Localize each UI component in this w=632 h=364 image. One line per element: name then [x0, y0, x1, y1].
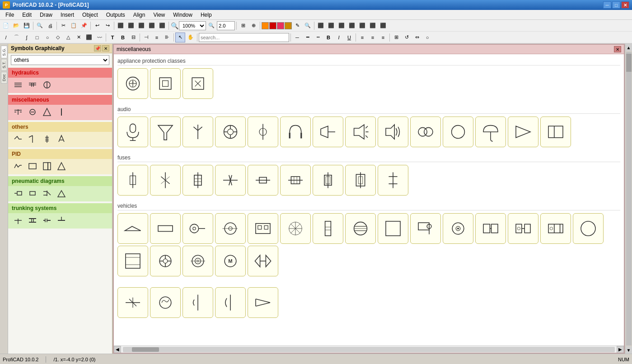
align-center2[interactable]: ≡ [368, 33, 378, 42]
sym-extra-2[interactable] [150, 287, 181, 318]
menu-file[interactable]: File [2, 11, 18, 19]
hydraulics-sym-2[interactable] [26, 79, 39, 90]
sym-vehicle-9[interactable] [378, 213, 408, 244]
others-sym-1[interactable] [12, 134, 24, 145]
line-italic[interactable]: I [334, 33, 344, 42]
paste-button[interactable]: 📌 [79, 21, 89, 31]
menu-help[interactable]: Help [197, 11, 215, 19]
documents-tab[interactable]: Doc [1, 72, 7, 84]
sym-vehicle-18[interactable] [183, 246, 213, 276]
sym-vehicle-20[interactable] [248, 246, 278, 276]
sym-fuse-7[interactable] [313, 165, 343, 196]
trunking-sym-1[interactable] [12, 215, 24, 226]
cut-button[interactable]: ✂ [58, 21, 68, 31]
scroll-up-button[interactable]: ▲ [626, 44, 632, 51]
align-left-button[interactable]: ⬛ [116, 21, 126, 31]
scroll-track[interactable] [123, 347, 615, 352]
align-center-button[interactable]: ⬛ [157, 21, 167, 31]
sym-vehicle-13[interactable] [508, 213, 538, 244]
menu-draw[interactable]: Draw [36, 11, 56, 19]
hand-tool[interactable]: ✋ [186, 33, 196, 42]
horizontal-scrollbar[interactable]: ◀ ▶ [114, 345, 624, 353]
menu-outputs[interactable]: Outputs [103, 11, 129, 19]
rotate-tool[interactable]: ↺ [402, 33, 412, 42]
line-style1[interactable]: ─ [292, 33, 302, 42]
new-button[interactable]: 📄 [1, 21, 11, 31]
menu-edit[interactable]: Edit [19, 11, 35, 19]
sym-vehicle-4[interactable] [215, 213, 246, 244]
rect-tool[interactable]: □ [32, 33, 42, 42]
comp3-button[interactable]: ⬛ [337, 21, 346, 31]
symbol-search-input[interactable] [199, 33, 289, 42]
connect-tool[interactable]: ≡ [152, 33, 162, 42]
circle-tool[interactable]: ○ [422, 33, 432, 42]
search-button[interactable]: 🔍 [303, 21, 313, 31]
align-bottom-button[interactable]: ⬛ [147, 21, 157, 31]
menu-window[interactable]: Window [169, 11, 196, 19]
zoom-in-button[interactable]: 🔍 [206, 21, 216, 31]
comp1-button[interactable]: ⬛ [316, 21, 326, 31]
pid-sym-2[interactable] [26, 161, 39, 172]
sym-audio-3[interactable] [183, 117, 213, 147]
others-sym-3[interactable] [41, 134, 53, 145]
diamond-tool[interactable]: ◇ [53, 33, 63, 42]
sym-fuse-3[interactable] [183, 165, 213, 196]
pneumatic-sym-2[interactable] [26, 188, 39, 199]
sym-fuse-9[interactable] [378, 165, 408, 196]
scroll-vertical-track[interactable] [626, 52, 632, 345]
symbols-header-buttons[interactable]: 📌 ✕ [94, 45, 109, 51]
miscellaneous-header[interactable]: miscellaneous [8, 95, 112, 105]
color2-button[interactable] [269, 22, 276, 29]
sym-fuse-4[interactable] [215, 165, 246, 196]
cross-tool[interactable]: ✕ [74, 33, 84, 42]
line-bold[interactable]: B [323, 33, 333, 42]
sym-vehicle-17[interactable] [150, 246, 181, 276]
hydraulics-sym-3[interactable] [41, 79, 53, 90]
sym-vehicle-15[interactable] [573, 213, 604, 244]
sym-audio-2[interactable] [150, 117, 181, 147]
align-right2[interactable]: ≡ [378, 33, 388, 42]
pneumatic-sym-4[interactable] [55, 188, 68, 199]
sym-fuse-8[interactable] [345, 165, 376, 196]
bus-tool[interactable]: ⊪ [162, 33, 172, 42]
sym-protection-3[interactable] [183, 68, 213, 99]
sym-extra-1[interactable] [117, 287, 148, 318]
sym-vehicle-8[interactable] [345, 213, 376, 244]
scroll-right-button[interactable]: ▶ [617, 346, 624, 353]
zoom-value-input[interactable] [217, 21, 235, 30]
sym-vehicle-16[interactable] [117, 246, 148, 276]
sym-vehicle-12[interactable] [475, 213, 506, 244]
pneumatic-sym-3[interactable] [41, 188, 53, 199]
sym-vehicle-11[interactable] [443, 213, 473, 244]
copy-button[interactable]: 📋 [69, 21, 79, 31]
undo-button[interactable]: ↩ [92, 21, 102, 31]
misc-sym-3[interactable] [41, 107, 53, 117]
menu-align[interactable]: Align [130, 11, 149, 19]
sym-audio-10[interactable] [410, 117, 441, 147]
scroll-left-button[interactable]: ◀ [114, 346, 121, 353]
select-tool[interactable]: ↖ [175, 33, 185, 42]
align-right-button[interactable]: ⬛ [126, 21, 136, 31]
sym-audio-14[interactable] [540, 117, 571, 147]
sym-extra-4[interactable] [215, 287, 246, 318]
frame-tool[interactable]: ⊟ [128, 33, 138, 42]
sym-protection-2[interactable] [150, 68, 181, 99]
scroll-down-button[interactable]: ▼ [626, 346, 632, 354]
sym-vehicle-10[interactable] [410, 213, 441, 244]
hydraulics-header[interactable]: hydraulics [8, 68, 112, 78]
pid-sym-1[interactable] [12, 161, 24, 172]
snap-button[interactable]: ⊕ [248, 21, 258, 31]
sym-audio-13[interactable] [508, 117, 538, 147]
line-underline[interactable]: U [344, 33, 354, 42]
edit-button[interactable]: ✎ [292, 21, 302, 31]
pin-tool[interactable]: ⊣ [141, 33, 151, 42]
symbols-graphically-tab[interactable]: S.G. [1, 46, 7, 58]
grid-tool[interactable]: ⊞ [391, 33, 401, 42]
trunking-sym-2[interactable] [26, 215, 39, 226]
sym-vehicle-19[interactable]: M [215, 246, 246, 276]
arc-tool[interactable]: ⌒ [11, 33, 21, 42]
sym-fuse-2[interactable] [150, 165, 181, 196]
print-button[interactable]: 🖨 [45, 21, 55, 31]
menu-view[interactable]: View [150, 11, 169, 19]
pneumatic-header[interactable]: pneumatic diagrams [8, 176, 112, 186]
